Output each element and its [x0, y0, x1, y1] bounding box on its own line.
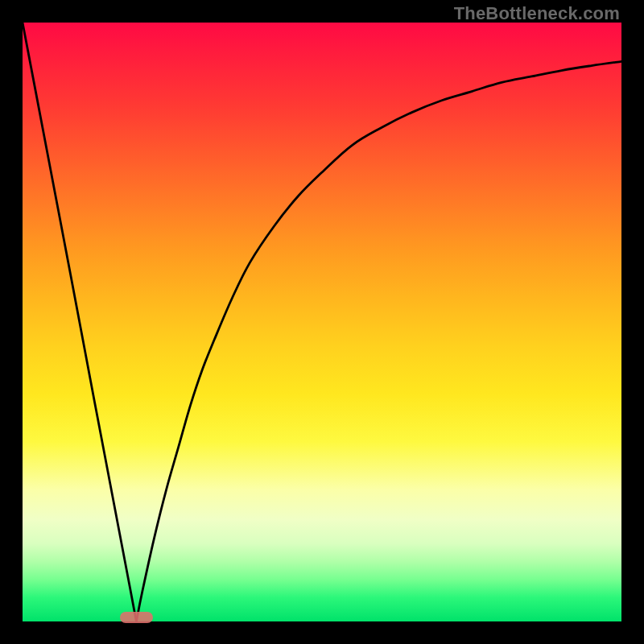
curve-left-branch [23, 23, 136, 621]
curve-right-branch [136, 61, 621, 621]
minimum-marker [120, 612, 154, 623]
chart-frame: TheBottleneck.com [0, 0, 644, 644]
watermark-text: TheBottleneck.com [454, 3, 620, 24]
chart-curves-svg [23, 23, 621, 621]
